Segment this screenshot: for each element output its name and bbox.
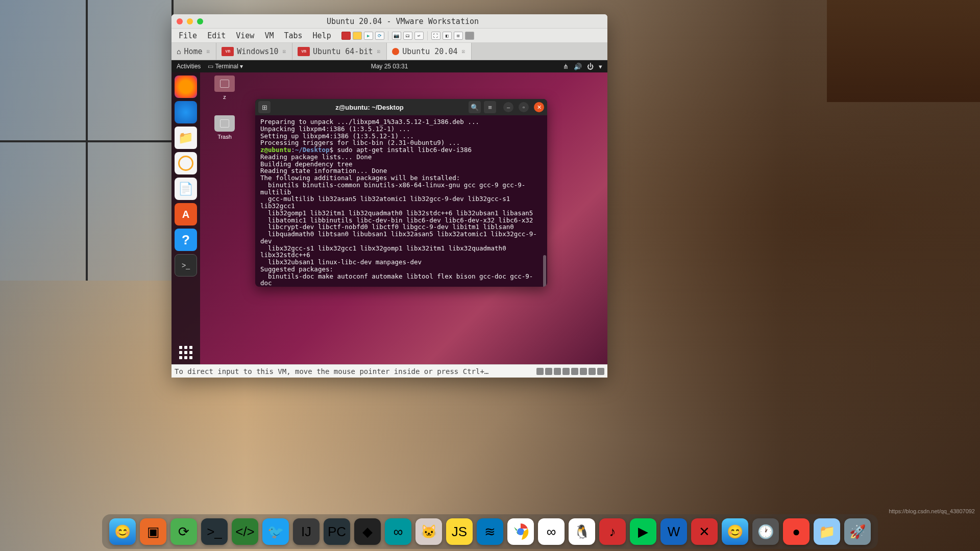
dock-netease-icon[interactable]: ♪ [599,518,626,545]
dock-wps-icon[interactable]: W [660,518,687,545]
message-icon[interactable] [597,368,604,375]
desktop-folder-z[interactable]: z [209,76,240,100]
tab-label: Home [184,47,202,56]
chevron-down-icon[interactable]: ▾ [599,63,602,70]
menu-tabs[interactable]: Tabs [280,30,306,41]
dock-unity-icon[interactable]: ◆ [354,518,381,545]
sound-icon[interactable] [571,368,578,375]
tab-label: Windows10 [237,47,278,56]
dock-arduino-icon[interactable]: ∞ [385,518,411,545]
restart-icon[interactable]: ⟳ [375,32,384,40]
search-icon[interactable]: 🔍 [469,101,481,113]
close-icon[interactable]: ✕ [534,102,544,112]
dock-intellij-icon[interactable]: IJ [293,518,320,545]
maximize-icon[interactable]: ▫ [519,102,529,112]
vm-device-icons[interactable] [536,368,604,375]
menu-vm[interactable]: VM [260,30,278,41]
network-icon[interactable]: ⋔ [563,63,569,70]
terminal-output[interactable]: Preparing to unpack .../libxpm4_1%3a3.5.… [255,115,547,287]
dock-baidu-cloud-icon[interactable]: ∞ [538,518,565,545]
tab-close-icon[interactable]: ☒ [206,48,211,55]
dock-terminal-dev-icon[interactable]: >_ [201,518,228,545]
tab-close-icon[interactable]: ☒ [376,48,382,55]
macos-dock[interactable]: 😊▣⟳>_</>🐦IJPC◆∞🐱JS≋∞🐧♪▶W✕😊🕐●📁🚀 [102,514,878,549]
vmware-menubar: File Edit View VM Tabs Help ▶ ⟳ 📷 🗂 ↩ ⛶ … [172,29,607,43]
dock-iqiyi-icon[interactable]: ▶ [630,518,656,545]
tab-home[interactable]: ⌂ Home ☒ [172,43,216,60]
usb-icon[interactable] [562,368,570,375]
menu-edit[interactable]: Edit [203,30,230,41]
show-applications-icon[interactable] [179,346,192,359]
tab-close-icon[interactable]: ☒ [281,48,287,55]
minimize-icon[interactable]: – [503,102,513,112]
dock-clock-icon[interactable]: 🕐 [752,518,779,545]
dock-vmware-icon[interactable]: ▣ [140,518,166,545]
power-icon[interactable]: ⏻ [587,63,594,70]
terminal-window[interactable]: ⊞ z@ubuntu: ~/Desktop 🔍 ≡ – ▫ ✕ Preparin… [255,99,547,287]
cd-icon[interactable] [545,368,552,375]
libreoffice-writer-icon[interactable]: 📄 [175,178,197,200]
firefox-icon[interactable] [175,76,197,98]
rhythmbox-icon[interactable] [175,152,197,174]
close-icon[interactable] [177,18,183,24]
guest-display[interactable]: Activities ▭ Terminal ▾ May 25 03:31 ⋔ 🔊… [172,60,607,364]
printer-icon[interactable] [580,368,587,375]
icon-label: z [209,94,240,100]
desktop-trash[interactable]: Trash [209,115,240,140]
vmware-titlebar[interactable]: Ubuntu 20.04 - VMware Workstation [172,14,607,29]
snapshot-icon[interactable]: 📷 [392,32,401,40]
tab-ubuntu64[interactable]: vm Ubuntu 64-bit ☒ [292,43,387,60]
dock-wechat-dev-icon[interactable]: ⟳ [170,518,197,545]
scrollbar-thumb[interactable] [543,255,546,287]
console-icon[interactable] [465,32,474,40]
dock-vscode-icon[interactable]: ≋ [477,518,503,545]
tab-ubuntu2004[interactable]: Ubuntu 20.04 ☒ [387,43,472,60]
dock-pycharm-icon[interactable]: PC [324,518,350,545]
dock-xmind-icon[interactable]: ✕ [691,518,718,545]
dock-js-app-icon[interactable]: JS [446,518,473,545]
clock[interactable]: May 25 03:31 [371,63,408,70]
new-tab-icon[interactable]: ⊞ [258,101,271,113]
terminal-icon[interactable] [175,254,197,277]
zoom-icon[interactable] [197,18,203,24]
network-adapter-icon[interactable] [554,368,561,375]
minimize-icon[interactable] [187,18,193,24]
volume-icon[interactable]: 🔊 [574,63,582,70]
ubuntu-desktop[interactable]: 📁 📄 ? z Trash ⊞ [172,72,607,364]
power-off-icon[interactable] [341,32,351,40]
unity-icon[interactable]: ◧ [443,32,452,40]
dock-chrome-icon[interactable] [507,518,534,545]
revert-icon[interactable]: ↩ [414,32,424,40]
suspend-icon[interactable] [353,32,362,40]
dock-launchpad-icon[interactable]: 🚀 [844,518,871,545]
dock-qq-icon[interactable]: 🐧 [569,518,595,545]
terminal-scrollbar[interactable] [543,117,546,285]
tab-close-icon[interactable]: ☒ [461,48,467,55]
dock-ide-green-icon[interactable]: </> [232,518,258,545]
activities-button[interactable]: Activities [177,63,201,70]
power-on-icon[interactable]: ▶ [364,32,373,40]
menu-help[interactable]: Help [309,30,335,41]
tab-windows10[interactable]: vm Windows10 ☒ [216,43,292,60]
fullscreen-icon[interactable]: ⛶ [431,32,440,40]
dock-finder-icon[interactable]: 😊 [109,518,136,545]
stretch-icon[interactable]: ⊞ [454,32,463,40]
snapshot-manager-icon[interactable]: 🗂 [403,32,412,40]
hdd-icon[interactable] [536,368,544,375]
ubuntu-software-icon[interactable] [175,203,197,226]
app-menu[interactable]: ▭ Terminal ▾ [208,63,243,70]
menu-view[interactable]: View [232,30,258,41]
hamburger-menu-icon[interactable]: ≡ [484,101,496,113]
help-icon[interactable]: ? [175,229,197,251]
dock-record-icon[interactable]: ● [783,518,810,545]
dock-finder2-icon[interactable]: 😊 [722,518,748,545]
files-icon[interactable]: 📁 [175,127,197,149]
thunderbird-icon[interactable] [175,101,197,123]
dock-twitter-icon[interactable]: 🐦 [262,518,289,545]
dock-folder-icon[interactable]: 📁 [814,518,840,545]
menu-file[interactable]: File [175,30,201,41]
dock-cat-app-icon[interactable]: 🐱 [415,518,442,545]
vmware-window: Ubuntu 20.04 - VMware Workstation File E… [172,14,607,378]
terminal-titlebar[interactable]: ⊞ z@ubuntu: ~/Desktop 🔍 ≡ – ▫ ✕ [255,99,547,115]
display-icon[interactable] [589,368,596,375]
